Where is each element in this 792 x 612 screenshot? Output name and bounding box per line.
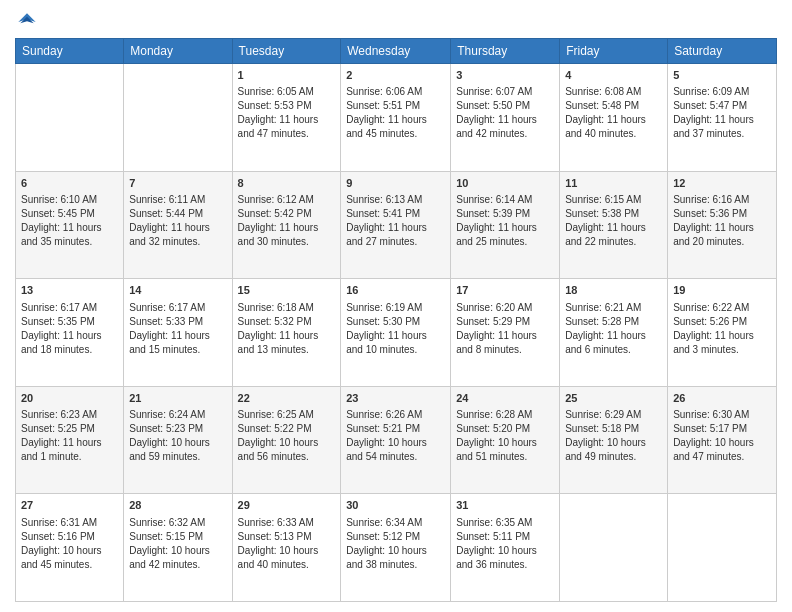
day-number: 18	[565, 283, 662, 298]
sunset-text: Sunset: 5:36 PM	[673, 208, 747, 219]
sunset-text: Sunset: 5:20 PM	[456, 423, 530, 434]
calendar-cell: 14Sunrise: 6:17 AMSunset: 5:33 PMDayligh…	[124, 279, 232, 387]
sunrise-text: Sunrise: 6:33 AM	[238, 517, 314, 528]
sunset-text: Sunset: 5:28 PM	[565, 316, 639, 327]
sunrise-text: Sunrise: 6:05 AM	[238, 86, 314, 97]
day-number: 12	[673, 176, 771, 191]
calendar-cell: 15Sunrise: 6:18 AMSunset: 5:32 PMDayligh…	[232, 279, 341, 387]
sunrise-text: Sunrise: 6:19 AM	[346, 302, 422, 313]
day-number: 1	[238, 68, 336, 83]
day-number: 26	[673, 391, 771, 406]
daylight-text: Daylight: 10 hours and 56 minutes.	[238, 437, 319, 462]
calendar-week-3: 13Sunrise: 6:17 AMSunset: 5:35 PMDayligh…	[16, 279, 777, 387]
day-number: 11	[565, 176, 662, 191]
sunset-text: Sunset: 5:16 PM	[21, 531, 95, 542]
daylight-text: Daylight: 11 hours and 45 minutes.	[346, 114, 427, 139]
sunset-text: Sunset: 5:33 PM	[129, 316, 203, 327]
day-number: 19	[673, 283, 771, 298]
page: SundayMondayTuesdayWednesdayThursdayFrid…	[0, 0, 792, 612]
calendar-cell: 18Sunrise: 6:21 AMSunset: 5:28 PMDayligh…	[560, 279, 668, 387]
sunrise-text: Sunrise: 6:12 AM	[238, 194, 314, 205]
sunrise-text: Sunrise: 6:34 AM	[346, 517, 422, 528]
calendar-cell: 2Sunrise: 6:06 AMSunset: 5:51 PMDaylight…	[341, 64, 451, 172]
sunset-text: Sunset: 5:26 PM	[673, 316, 747, 327]
sunrise-text: Sunrise: 6:24 AM	[129, 409, 205, 420]
calendar-cell	[668, 494, 777, 602]
calendar-cell: 3Sunrise: 6:07 AMSunset: 5:50 PMDaylight…	[451, 64, 560, 172]
daylight-text: Daylight: 11 hours and 47 minutes.	[238, 114, 319, 139]
daylight-text: Daylight: 11 hours and 32 minutes.	[129, 222, 210, 247]
weekday-header-tuesday: Tuesday	[232, 39, 341, 64]
calendar-cell: 20Sunrise: 6:23 AMSunset: 5:25 PMDayligh…	[16, 386, 124, 494]
day-number: 5	[673, 68, 771, 83]
day-number: 16	[346, 283, 445, 298]
sunrise-text: Sunrise: 6:30 AM	[673, 409, 749, 420]
day-number: 21	[129, 391, 226, 406]
calendar-week-2: 6Sunrise: 6:10 AMSunset: 5:45 PMDaylight…	[16, 171, 777, 279]
daylight-text: Daylight: 11 hours and 18 minutes.	[21, 330, 102, 355]
sunset-text: Sunset: 5:48 PM	[565, 100, 639, 111]
sunrise-text: Sunrise: 6:22 AM	[673, 302, 749, 313]
sunset-text: Sunset: 5:51 PM	[346, 100, 420, 111]
day-number: 10	[456, 176, 554, 191]
day-number: 13	[21, 283, 118, 298]
day-number: 31	[456, 498, 554, 513]
calendar-cell: 16Sunrise: 6:19 AMSunset: 5:30 PMDayligh…	[341, 279, 451, 387]
sunset-text: Sunset: 5:35 PM	[21, 316, 95, 327]
daylight-text: Daylight: 11 hours and 10 minutes.	[346, 330, 427, 355]
day-number: 17	[456, 283, 554, 298]
sunrise-text: Sunrise: 6:15 AM	[565, 194, 641, 205]
sunrise-text: Sunrise: 6:26 AM	[346, 409, 422, 420]
sunset-text: Sunset: 5:47 PM	[673, 100, 747, 111]
weekday-header-wednesday: Wednesday	[341, 39, 451, 64]
weekday-header-friday: Friday	[560, 39, 668, 64]
sunset-text: Sunset: 5:11 PM	[456, 531, 530, 542]
daylight-text: Daylight: 10 hours and 47 minutes.	[673, 437, 754, 462]
daylight-text: Daylight: 11 hours and 8 minutes.	[456, 330, 537, 355]
weekday-header-thursday: Thursday	[451, 39, 560, 64]
day-number: 30	[346, 498, 445, 513]
daylight-text: Daylight: 11 hours and 15 minutes.	[129, 330, 210, 355]
daylight-text: Daylight: 11 hours and 37 minutes.	[673, 114, 754, 139]
day-number: 15	[238, 283, 336, 298]
daylight-text: Daylight: 11 hours and 1 minute.	[21, 437, 102, 462]
sunrise-text: Sunrise: 6:18 AM	[238, 302, 314, 313]
sunrise-text: Sunrise: 6:17 AM	[129, 302, 205, 313]
calendar-cell: 29Sunrise: 6:33 AMSunset: 5:13 PMDayligh…	[232, 494, 341, 602]
sunset-text: Sunset: 5:50 PM	[456, 100, 530, 111]
calendar-cell: 21Sunrise: 6:24 AMSunset: 5:23 PMDayligh…	[124, 386, 232, 494]
daylight-text: Daylight: 10 hours and 45 minutes.	[21, 545, 102, 570]
daylight-text: Daylight: 11 hours and 20 minutes.	[673, 222, 754, 247]
sunset-text: Sunset: 5:15 PM	[129, 531, 203, 542]
calendar-week-1: 1Sunrise: 6:05 AMSunset: 5:53 PMDaylight…	[16, 64, 777, 172]
calendar-cell: 12Sunrise: 6:16 AMSunset: 5:36 PMDayligh…	[668, 171, 777, 279]
calendar-cell: 6Sunrise: 6:10 AMSunset: 5:45 PMDaylight…	[16, 171, 124, 279]
calendar-cell: 10Sunrise: 6:14 AMSunset: 5:39 PMDayligh…	[451, 171, 560, 279]
calendar-table: SundayMondayTuesdayWednesdayThursdayFrid…	[15, 38, 777, 602]
day-number: 24	[456, 391, 554, 406]
daylight-text: Daylight: 10 hours and 40 minutes.	[238, 545, 319, 570]
calendar-cell: 27Sunrise: 6:31 AMSunset: 5:16 PMDayligh…	[16, 494, 124, 602]
daylight-text: Daylight: 11 hours and 27 minutes.	[346, 222, 427, 247]
daylight-text: Daylight: 11 hours and 42 minutes.	[456, 114, 537, 139]
logo-bird-icon	[17, 10, 37, 30]
sunset-text: Sunset: 5:23 PM	[129, 423, 203, 434]
calendar-cell: 11Sunrise: 6:15 AMSunset: 5:38 PMDayligh…	[560, 171, 668, 279]
day-number: 22	[238, 391, 336, 406]
day-number: 14	[129, 283, 226, 298]
sunrise-text: Sunrise: 6:21 AM	[565, 302, 641, 313]
day-number: 6	[21, 176, 118, 191]
calendar-cell: 17Sunrise: 6:20 AMSunset: 5:29 PMDayligh…	[451, 279, 560, 387]
daylight-text: Daylight: 11 hours and 3 minutes.	[673, 330, 754, 355]
daylight-text: Daylight: 11 hours and 13 minutes.	[238, 330, 319, 355]
calendar-cell: 22Sunrise: 6:25 AMSunset: 5:22 PMDayligh…	[232, 386, 341, 494]
sunrise-text: Sunrise: 6:32 AM	[129, 517, 205, 528]
header	[15, 10, 777, 30]
day-number: 7	[129, 176, 226, 191]
daylight-text: Daylight: 11 hours and 35 minutes.	[21, 222, 102, 247]
sunrise-text: Sunrise: 6:11 AM	[129, 194, 205, 205]
calendar-cell	[124, 64, 232, 172]
logo	[15, 10, 39, 30]
calendar-header-row: SundayMondayTuesdayWednesdayThursdayFrid…	[16, 39, 777, 64]
calendar-cell: 5Sunrise: 6:09 AMSunset: 5:47 PMDaylight…	[668, 64, 777, 172]
